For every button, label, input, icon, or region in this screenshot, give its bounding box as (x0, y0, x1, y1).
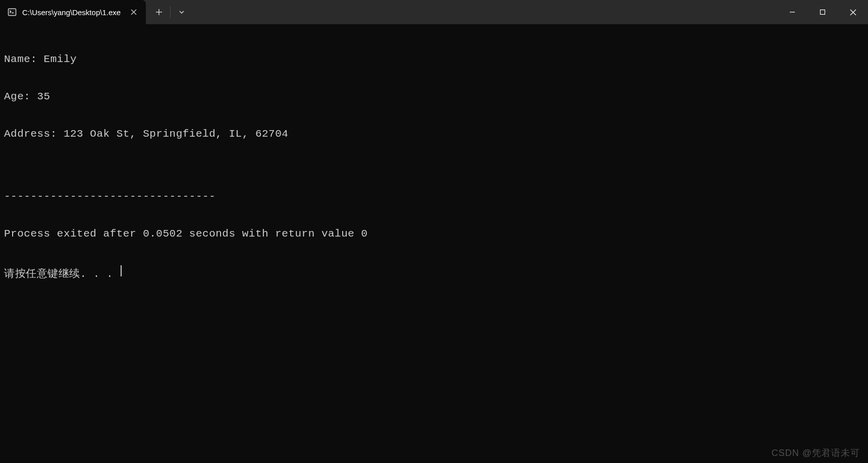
output-line: Process exited after 0.0502 seconds with… (4, 228, 864, 241)
terminal-icon (7, 7, 17, 17)
tab-actions (146, 0, 192, 24)
titlebar-drag-area[interactable] (192, 0, 777, 24)
watermark: CSDN @凭君语未可 (772, 447, 860, 459)
output-line: Age: 35 (4, 91, 864, 103)
cursor (121, 265, 122, 276)
svg-rect-0 (9, 9, 16, 16)
new-tab-button[interactable] (149, 0, 169, 24)
window-controls (777, 0, 868, 24)
output-line: Address: 123 Oak St, Springfield, IL, 62… (4, 128, 864, 141)
output-line: -------------------------------- (4, 191, 864, 203)
titlebar: C:\Users\yang\Desktop\1.exe (0, 0, 868, 24)
output-line: Name: Emily (4, 53, 864, 66)
divider (170, 7, 171, 18)
tab-active[interactable]: C:\Users\yang\Desktop\1.exe (0, 0, 146, 24)
terminal-output[interactable]: Name: Emily Age: 35 Address: 123 Oak St,… (0, 24, 868, 297)
close-button[interactable] (838, 0, 868, 24)
minimize-button[interactable] (777, 0, 807, 24)
tab-title: C:\Users\yang\Desktop\1.exe (22, 8, 121, 17)
maximize-button[interactable] (807, 0, 838, 24)
prompt-line: 请按任意键继续. . . (4, 266, 864, 281)
prompt-text: 请按任意键继续. . . (4, 268, 120, 281)
tab-close-button[interactable] (128, 6, 140, 18)
tab-dropdown-button[interactable] (172, 0, 192, 24)
svg-rect-7 (821, 10, 825, 15)
